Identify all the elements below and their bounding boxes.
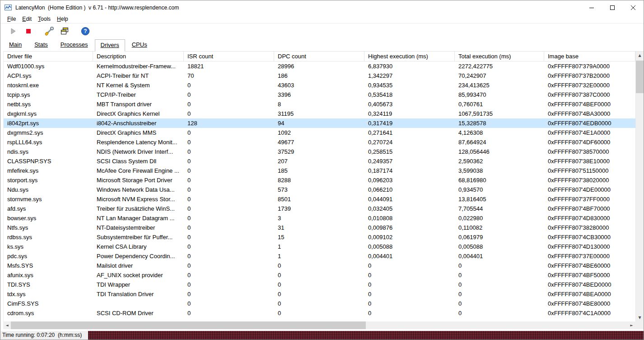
minimize-button[interactable] (581, 0, 602, 14)
menu-file[interactable]: File (4, 15, 19, 23)
tab-label: CPUs (132, 41, 147, 48)
cell: 0 (184, 156, 274, 166)
cell: 128 (184, 118, 274, 128)
cell: 0 (274, 270, 364, 280)
cell: dxgkrnl.sys (4, 109, 93, 118)
cell: 94 (274, 118, 364, 128)
drivers-panel: Driver fileDescriptionISR countDPC count… (3, 51, 644, 321)
cell: 0 (184, 308, 274, 318)
stop-monitor-button[interactable] (22, 25, 35, 37)
cell: 0xFFFFF807'37B20000 (544, 71, 635, 80)
table-row[interactable]: ndis.sysNDIS (Network Driver Interf...03… (4, 147, 635, 156)
table-row[interactable]: Msfs.SYSMailslot driver00000xFFFFF807'4B… (4, 261, 635, 270)
table-row[interactable]: Ndu.sysWindows Network Data Usa...05730,… (4, 185, 635, 194)
table-row[interactable]: ks.sysKernel CSA Library010,0050880,0050… (4, 242, 635, 251)
cell: SCSI CD-ROM Driver (93, 308, 184, 318)
cell: 0 (184, 90, 274, 99)
stop-icon (25, 28, 32, 35)
column-header-dpc-count[interactable]: DPC count (274, 52, 364, 61)
column-header-total-execution-ms[interactable]: Total execution (ms) (455, 52, 544, 61)
table-row[interactable]: afd.sysTreiber für zusätzliche WinS...01… (4, 204, 635, 213)
table-row[interactable]: tcpip.sysTCP/IP-Treiber033960,53541885,9… (4, 90, 635, 99)
cell: 0xFFFFF807'4DE00000 (544, 185, 635, 194)
tab-drivers[interactable]: Drivers (95, 39, 125, 52)
cell: 0 (364, 308, 455, 318)
cell: 1,342297 (364, 71, 455, 80)
scroll-up-icon[interactable]: ▲ (636, 52, 644, 59)
cell: mfefirek.sys (4, 166, 93, 175)
column-header-driver-file[interactable]: Driver file (4, 52, 93, 61)
table-row[interactable]: dxgkrnl.sysDirectX Graphics Kernel031195… (4, 109, 635, 118)
table-row[interactable]: CimFS.SYS00000xFFFFF807'4BE80000 (4, 299, 635, 308)
cell: Resplendence Latency Monit... (93, 137, 184, 147)
column-header-highest-execution-ms[interactable]: Highest execution (ms) (364, 52, 455, 61)
scroll-down-icon[interactable]: ▼ (636, 314, 644, 321)
cell: 0,005088 (455, 242, 544, 251)
table-row[interactable]: stornvme.sysMicrosoft NVM Express Stor..… (4, 194, 635, 204)
table-row[interactable]: storport.sysMicrosoft Storage Port Drive… (4, 175, 635, 185)
copy-pages-icon (60, 27, 69, 36)
cell: tdx.sys (4, 289, 93, 299)
tab-cpus[interactable]: CPUs (126, 39, 153, 51)
cell: 0 (274, 308, 364, 318)
cell: cdrom.sys (4, 308, 93, 318)
table-row[interactable]: tdx.sysTDI Translation Driver00000xFFFFF… (4, 289, 635, 299)
table-row[interactable]: netbt.sysMBT Transport driver080,4056730… (4, 99, 635, 109)
table-row[interactable]: bowser.sysNT Lan Manager Datagram ...030… (4, 213, 635, 223)
tab-stats[interactable]: Stats (28, 39, 54, 51)
table-row[interactable]: rspLLL64.sysResplendence Latency Monit..… (4, 137, 635, 147)
table-row[interactable]: ACPI.sysACPI-Treiber für NT701861,342297… (4, 71, 635, 80)
cell: 15,328578 (455, 118, 544, 128)
table-row[interactable]: dxgmms2.sysDirectX Graphics MMS010920,27… (4, 128, 635, 137)
vertical-scrollbar[interactable]: ▲ ▼ (635, 52, 644, 321)
options-button[interactable] (43, 25, 56, 37)
cell: 0xFFFFF807'51150000 (544, 166, 635, 175)
table-row[interactable]: pdc.sysPower Dependency Coordin...010,00… (4, 251, 635, 261)
cell: i8042prt.sys (4, 118, 93, 128)
scroll-left-icon[interactable]: ◄ (3, 321, 11, 329)
cell: Microsoft NVM Express Stor... (93, 194, 184, 204)
column-header-isr-count[interactable]: ISR count (184, 52, 274, 61)
cell: 185 (274, 166, 364, 175)
cell: 0xFFFFF807'4BE60000 (544, 261, 635, 270)
table-row[interactable]: ntoskrnl.exeNT Kernel & System0436030,93… (4, 80, 635, 90)
menubar: FileEditToolsHelp (0, 14, 644, 24)
table-row[interactable]: CLASSPNP.SYSSCSI Class System Dll02070,2… (4, 156, 635, 166)
table-row[interactable]: Wdf01000.sysKernelmodustreiber-Framew...… (4, 61, 635, 71)
horizontal-scroll-thumb[interactable] (11, 321, 366, 329)
table-row[interactable]: afunix.sysAF_UNIX socket provider00000xF… (4, 270, 635, 280)
cell: 15 (274, 232, 364, 242)
play-icon (9, 28, 17, 35)
maximize-button[interactable] (602, 0, 623, 14)
cell: 0,271641 (364, 128, 455, 137)
table-row[interactable]: TDI.SYSTDI Wrapper00000xFFFFF807'4BED000… (4, 280, 635, 289)
cell: 8501 (274, 194, 364, 204)
cell: 0 (364, 280, 455, 289)
table-row[interactable]: cdrom.sysSCSI CD-ROM Driver00000xFFFFF80… (4, 308, 635, 318)
table-row[interactable]: Ntfs.sysNT-Dateisystemtreiber0310,009876… (4, 223, 635, 232)
vertical-scroll-thumb[interactable] (636, 61, 644, 93)
tab-main[interactable]: Main (3, 39, 28, 51)
column-header-image-base[interactable]: Image base (544, 52, 635, 61)
scroll-right-icon[interactable]: ► (628, 321, 635, 329)
cell: 49677 (274, 137, 364, 147)
column-header-description[interactable]: Description (93, 52, 184, 61)
copy-report-button[interactable] (58, 25, 71, 37)
menu-help[interactable]: Help (54, 15, 71, 23)
menu-tools[interactable]: Tools (35, 15, 54, 23)
cell: 4,126308 (455, 128, 544, 137)
statusbar: Time running: 0:07:20 (h:mm:ss) (0, 331, 644, 340)
table-row[interactable]: mfefirek.sysMcAfee Core Firewall Engine … (4, 166, 635, 175)
help-button[interactable]: ? (79, 25, 92, 37)
table-header: Driver fileDescriptionISR countDPC count… (4, 52, 635, 61)
close-button[interactable] (623, 0, 644, 14)
cell: 0 (184, 270, 274, 280)
menu-edit[interactable]: Edit (19, 15, 35, 23)
table-row[interactable]: i8042prt.sysi8042-Anschlusstreiber128940… (4, 118, 635, 128)
horizontal-scrollbar[interactable]: ◄ ► (3, 321, 635, 329)
cell: 0,005088 (364, 242, 455, 251)
table-row[interactable]: rdbss.sysSubsystemtreiber für Puffer...0… (4, 232, 635, 242)
start-monitor-button[interactable] (7, 25, 19, 37)
cell: TCP/IP-Treiber (93, 90, 184, 99)
tab-processes[interactable]: Processes (55, 39, 94, 51)
